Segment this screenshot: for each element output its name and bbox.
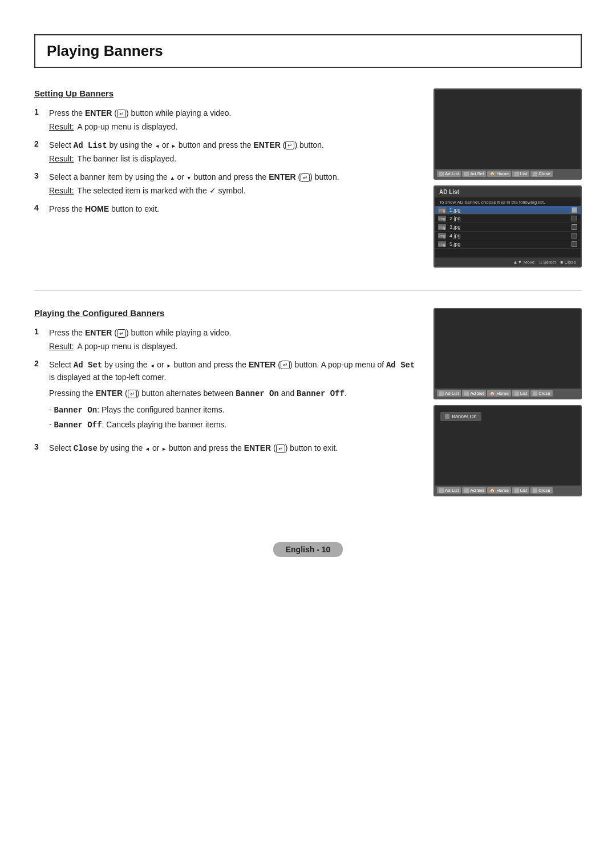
screen3-btn-list: List: [512, 487, 529, 494]
screen3-mockup: Banner On Ad List Ad Set 🏠 Home List: [433, 405, 582, 496]
enter-icon-s2-2a: ↵: [281, 361, 290, 369]
step2-1-text: Press the ENTER (↵) button while playing…: [49, 327, 416, 339]
step-3-text: Select a banner item by using the or but…: [49, 171, 416, 184]
section-divider: [34, 290, 582, 291]
section2-steps: 1 Press the ENTER (↵) button while playi…: [34, 327, 416, 458]
adlist-row-4: img 4.jpg: [435, 232, 581, 240]
step-3-result: Result: The selected item is marked with…: [49, 186, 416, 195]
step-4-content: Press the HOME button to exit.: [49, 203, 416, 218]
file-name-3: 3.jpg: [449, 224, 568, 230]
adlist-title: AD List: [435, 187, 581, 197]
section1-steps: 1 Press the ENTER (↵) button while playi…: [34, 107, 416, 218]
step2-1-result: Result: A pop-up menu is displayed.: [49, 342, 416, 351]
step-2-result: Result: The banner list is displayed.: [49, 154, 416, 163]
checkbox-5: [572, 241, 577, 247]
page-footer: English - 10: [34, 531, 582, 557]
adset-icon: [464, 172, 469, 176]
step-1-result: Result: A pop-up menu is displayed.: [49, 122, 416, 131]
file-icon-2: img: [438, 216, 446, 221]
step-2: 2 Select Ad List by using the or button …: [34, 139, 416, 164]
screen2-mockup: Ad List Ad Set 🏠 Home List Close: [433, 308, 582, 399]
footer-select: □ Select: [539, 260, 556, 265]
page-footer-badge: English - 10: [273, 542, 343, 557]
step-3: 3 Select a banner item by using the or b…: [34, 171, 416, 195]
file-icon-1: img: [438, 207, 446, 213]
enter-icon-2: ↵: [285, 141, 294, 149]
footer-move: ▲▼ Move: [513, 260, 535, 265]
checkbox-4: [572, 233, 577, 238]
step2-1: 1 Press the ENTER (↵) button while playi…: [34, 327, 416, 351]
step-num-3: 3: [34, 171, 43, 180]
screen3-btn-close: Close: [530, 487, 552, 494]
screen3-toolbar: Ad List Ad Set 🏠 Home List Close: [435, 486, 581, 495]
screen1-toolbar: Ad List Ad Set 🏠 Home List Close: [435, 169, 581, 179]
screen2-btn-adlist: Ad List: [437, 390, 461, 397]
s2-list-icon: [514, 391, 519, 396]
adlist-row-empty1: [435, 249, 581, 258]
section2-heading: Playing the Configured Banners: [34, 308, 416, 318]
section2-images: Ad List Ad Set 🏠 Home List Close: [433, 308, 582, 496]
banner-on-dot: [445, 414, 449, 419]
result-text-2: The banner list is displayed.: [78, 154, 177, 163]
result-label-2: Result:: [49, 154, 74, 163]
section-setting-up-banners: Setting Up Banners 1 Press the ENTER (↵)…: [34, 88, 582, 268]
close-icon: [533, 172, 537, 176]
enter-icon-s2-3: ↵: [276, 444, 285, 453]
enter-icon-1: ↵: [117, 110, 126, 118]
step-4-text: Press the HOME button to exit.: [49, 203, 416, 216]
adlist-subtitle: To show AD-banner, choose files in the f…: [435, 197, 581, 206]
enter-icon-s2-2b: ↵: [128, 390, 137, 398]
step2-3-content: Select Close by using the or button and …: [49, 442, 416, 458]
adlist-row-2: img 2.jpg: [435, 215, 581, 223]
file-name-1: 1.jpg: [449, 207, 568, 213]
adlist-screen-mockup: AD List To show AD-banner, choose files …: [433, 185, 582, 268]
s2-adset-icon: [464, 391, 469, 396]
screen2-btn-list: List: [512, 390, 529, 397]
step2-1-content: Press the ENTER (↵) button while playing…: [49, 327, 416, 351]
step2-num-3: 3: [34, 442, 43, 451]
step2-3-text: Select Close by using the or button and …: [49, 442, 416, 455]
section2-text: Playing the Configured Banners 1 Press t…: [34, 308, 416, 496]
file-name-5: 5.jpg: [449, 241, 568, 247]
result-text-1: A pop-up menu is displayed.: [78, 122, 178, 131]
s2-close-icon: [533, 391, 537, 396]
file-icon-5: img: [438, 241, 446, 247]
bullet2: - Banner Off: Cancels playing the banner…: [49, 419, 416, 432]
step2-2-content: Select Ad Set by using the or button and…: [49, 359, 416, 434]
adlist-row-5: img 5.jpg: [435, 240, 581, 249]
step-num-4: 4: [34, 203, 43, 212]
toolbar-btn-home: 🏠 Home: [487, 171, 510, 177]
section1-heading: Setting Up Banners: [34, 88, 416, 98]
file-icon-3: img: [438, 224, 446, 230]
result-text-3: The selected item is marked with the ✓ s…: [78, 186, 246, 195]
adlist-footer: ▲▼ Move □ Select ■ Close: [435, 258, 581, 266]
page-title-box: Playing Banners: [34, 34, 582, 68]
section-playing-configured: Playing the Configured Banners 1 Press t…: [34, 308, 582, 496]
section1-text: Setting Up Banners 1 Press the ENTER (↵)…: [34, 88, 416, 268]
screen2-btn-adset: Ad Set: [462, 390, 486, 397]
toolbar-btn-close: Close: [530, 171, 552, 177]
bullet1: - Banner On: Plays the configured banner…: [49, 404, 416, 417]
s3-close-icon: [533, 488, 537, 493]
checkbox-3: [572, 224, 577, 230]
step2-2-text2: Pressing the ENTER (↵) button alternates…: [49, 387, 416, 401]
enter-icon-s2-1: ↵: [117, 329, 126, 338]
s3-adlist-icon: [439, 488, 444, 493]
file-icon-4: img: [438, 233, 446, 238]
adlist-icon: [439, 172, 444, 176]
banner-on-popup: Banner On: [440, 412, 481, 421]
checkbox-1: [572, 207, 577, 213]
file-name-2: 2.jpg: [449, 216, 568, 221]
result-label-3: Result:: [49, 186, 74, 195]
enter-icon-3: ↵: [301, 173, 310, 182]
list-icon: [514, 172, 519, 176]
s2-adlist-icon: [439, 391, 444, 396]
step-3-content: Select a banner item by using the or but…: [49, 171, 416, 195]
screen2-btn-close: Close: [530, 390, 552, 397]
s3-adset-icon: [464, 488, 469, 493]
screen2-btn-home: 🏠 Home: [487, 390, 510, 397]
step-num-1: 1: [34, 107, 43, 116]
page-title: Playing Banners: [47, 42, 163, 59]
step2-3: 3 Select Close by using the or button an…: [34, 442, 416, 458]
screen3-btn-adlist: Ad List: [437, 487, 461, 494]
